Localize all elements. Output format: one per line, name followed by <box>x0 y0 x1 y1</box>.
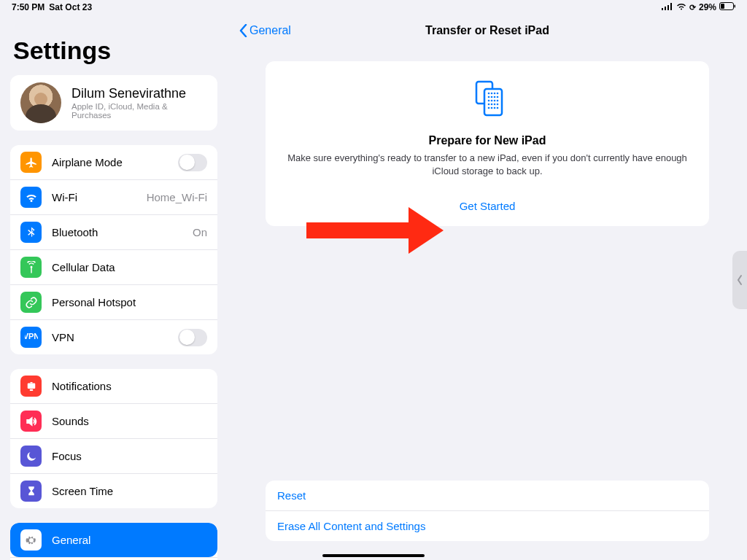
link-icon <box>20 292 42 313</box>
profile-name: Dilum Senevirathne <box>71 86 207 101</box>
svg-text:VPN: VPN <box>25 332 38 341</box>
sidebar-item-control-center[interactable]: Control Center <box>10 557 217 560</box>
sidebar-item-label: Wi-Fi <box>52 191 147 203</box>
sidebar-item-focus[interactable]: Focus <box>10 438 217 473</box>
orientation-lock-icon: ⟳ <box>689 3 696 12</box>
reset-button[interactable]: Reset <box>266 481 709 510</box>
status-bar: 7:50 PM Sat Oct 23 ⟳ 29% <box>0 0 747 15</box>
battery-icon <box>719 2 735 12</box>
signal-icon <box>662 2 673 12</box>
svg-point-26 <box>488 96 490 98</box>
bluetooth-icon <box>20 222 42 243</box>
toggle-switch[interactable] <box>178 154 207 171</box>
svg-point-37 <box>497 104 499 106</box>
status-time: 7:50 PM <box>12 2 44 12</box>
hero-heading: Prepare for New iPad <box>285 134 690 147</box>
svg-point-31 <box>491 100 493 102</box>
hero-body: Make sure everything's ready to transfer… <box>285 152 690 178</box>
svg-point-39 <box>491 107 493 109</box>
status-right: ⟳ 29% <box>662 2 735 12</box>
speaker-icon <box>20 411 42 432</box>
get-started-button[interactable]: Get Started <box>460 200 516 212</box>
back-button[interactable]: General <box>239 24 291 37</box>
profile-subtitle: Apple ID, iCloud, Media & Purchases <box>71 102 207 120</box>
svg-point-38 <box>488 107 490 109</box>
svg-rect-2 <box>667 5 669 10</box>
svg-point-23 <box>491 93 493 95</box>
svg-point-28 <box>494 96 496 98</box>
sidebar-item-cellular-data[interactable]: Cellular Data <box>10 249 217 284</box>
svg-point-32 <box>494 100 496 102</box>
battery-pct: 29% <box>699 2 716 12</box>
svg-point-22 <box>488 93 490 95</box>
airplane-icon <box>20 152 42 173</box>
svg-point-30 <box>488 100 490 102</box>
svg-point-24 <box>494 93 496 95</box>
vpn-icon: VPN <box>20 327 42 348</box>
settings-title: Settings <box>13 36 217 65</box>
settings-sidebar: Settings Dilum Senevirathne Apple ID, iC… <box>0 15 228 560</box>
back-label: General <box>249 24 291 37</box>
settings-group-connectivity: Airplane ModeWi-FiHome_Wi-FiBluetoothOnC… <box>10 145 217 354</box>
bell-icon <box>20 376 42 397</box>
settings-group-general: GeneralControl CenterAADisplay & Brightn… <box>10 523 217 560</box>
svg-rect-3 <box>670 3 672 10</box>
row-detail: Home_Wi-Fi <box>147 191 207 203</box>
sidebar-item-label: General <box>52 534 207 546</box>
svg-rect-21 <box>484 89 502 115</box>
svg-rect-5 <box>721 4 724 9</box>
avatar <box>20 82 61 123</box>
apple-id-profile[interactable]: Dilum Senevirathne Apple ID, iCloud, Med… <box>10 75 217 131</box>
sidebar-item-label: Screen Time <box>52 485 207 497</box>
sidebar-item-wi-fi[interactable]: Wi-FiHome_Wi-Fi <box>10 179 217 214</box>
sidebar-item-bluetooth[interactable]: BluetoothOn <box>10 214 217 249</box>
gear-icon <box>20 529 42 551</box>
antenna-icon <box>20 257 42 278</box>
sidebar-item-airplane-mode[interactable]: Airplane Mode <box>10 145 217 179</box>
svg-point-33 <box>497 100 499 102</box>
svg-rect-8 <box>27 383 35 389</box>
sidebar-item-vpn[interactable]: VPNVPN <box>10 319 217 354</box>
svg-point-29 <box>497 96 499 98</box>
svg-rect-6 <box>735 5 736 8</box>
sidebar-item-label: Airplane Mode <box>52 156 178 168</box>
home-indicator[interactable] <box>322 554 425 557</box>
svg-point-40 <box>494 107 496 109</box>
detail-pane: General Transfer or Reset iPad <box>228 15 747 560</box>
wifi-icon <box>20 187 42 208</box>
reset-options-card: Reset Erase All Content and Settings <box>266 481 709 541</box>
moon-icon <box>20 446 42 467</box>
svg-point-36 <box>494 104 496 106</box>
svg-point-41 <box>497 107 499 109</box>
status-date: Sat Oct 23 <box>49 2 92 12</box>
hourglass-icon <box>20 481 42 502</box>
svg-rect-1 <box>665 7 666 10</box>
svg-point-34 <box>488 104 490 106</box>
row-detail: On <box>193 226 207 238</box>
sidebar-item-personal-hotspot[interactable]: Personal Hotspot <box>10 284 217 319</box>
sidebar-item-label: Sounds <box>52 415 207 427</box>
page-title: Transfer or Reset iPad <box>425 24 549 37</box>
slide-over-grabber[interactable] <box>732 251 747 309</box>
nav-header: General Transfer or Reset iPad <box>228 15 747 47</box>
sidebar-item-label: Personal Hotspot <box>52 296 207 308</box>
sidebar-item-screen-time[interactable]: Screen Time <box>10 473 217 508</box>
svg-rect-9 <box>29 389 33 390</box>
settings-group-notifications: NotificationsSoundsFocusScreen Time <box>10 369 217 508</box>
sidebar-item-sounds[interactable]: Sounds <box>10 403 217 438</box>
sidebar-item-notifications[interactable]: Notifications <box>10 369 217 403</box>
sidebar-item-label: VPN <box>52 331 178 343</box>
svg-point-35 <box>491 104 493 106</box>
prepare-ipad-card: Prepare for New iPad Make sure everythin… <box>266 61 709 226</box>
toggle-switch[interactable] <box>178 329 207 346</box>
sidebar-item-label: Cellular Data <box>52 261 207 273</box>
sidebar-item-label: Bluetooth <box>52 226 193 238</box>
sidebar-item-label: Notifications <box>52 380 207 392</box>
svg-point-27 <box>491 96 493 98</box>
sidebar-item-general[interactable]: General <box>10 523 217 557</box>
wifi-icon <box>676 2 686 12</box>
svg-rect-0 <box>662 8 663 10</box>
erase-all-button[interactable]: Erase All Content and Settings <box>266 510 709 541</box>
svg-point-25 <box>497 93 499 95</box>
ipad-transfer-icon <box>467 77 508 121</box>
